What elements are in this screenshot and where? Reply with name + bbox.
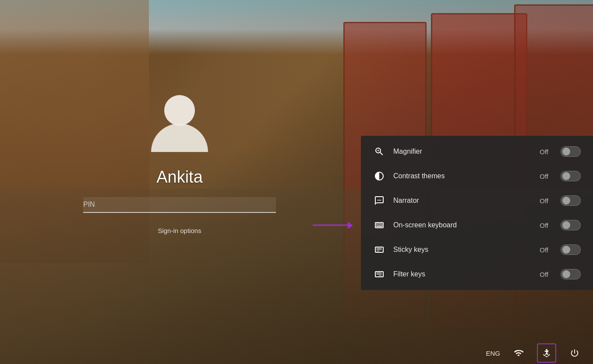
onscreen-keyboard-toggle[interactable] xyxy=(561,220,581,230)
magnifier-status: Off xyxy=(540,148,548,155)
username: Ankita xyxy=(156,168,203,187)
avatar-shoulders xyxy=(151,124,208,152)
pin-input[interactable] xyxy=(83,197,276,213)
sticky-keys-status: Off xyxy=(540,246,548,254)
magnifier-icon xyxy=(373,145,385,158)
arrow-indicator xyxy=(313,225,357,226)
accessibility-panel: Magnifier Off Contrast themes Off Narrat… xyxy=(361,136,593,290)
onscreen-keyboard-status: Off xyxy=(540,222,548,229)
magnifier-toggle[interactable] xyxy=(561,146,581,157)
power-icon xyxy=(570,348,579,358)
narrator-icon xyxy=(373,194,385,207)
onscreen-keyboard-label: On-screen keyboard xyxy=(393,221,532,229)
sticky-keys-item[interactable]: Sticky keys Off xyxy=(361,237,593,262)
power-button[interactable] xyxy=(565,343,584,363)
arrow-head xyxy=(348,222,353,229)
onscreen-keyboard-icon xyxy=(373,219,385,231)
accessibility-icon xyxy=(542,348,551,358)
avatar xyxy=(151,95,208,152)
filter-keys-label: Filter keys xyxy=(393,270,532,278)
language-indicator[interactable]: ENG xyxy=(486,350,500,357)
onscreen-keyboard-toggle-knob xyxy=(562,221,570,229)
magnifier-label: Magnifier xyxy=(393,148,532,155)
filter-keys-toggle[interactable] xyxy=(561,269,581,279)
contrast-themes-toggle-knob xyxy=(562,172,570,180)
sticky-keys-icon xyxy=(373,244,385,256)
filter-keys-item[interactable]: Filter keys Off xyxy=(361,262,593,286)
wifi-button[interactable] xyxy=(509,343,528,363)
filter-keys-icon xyxy=(373,268,385,280)
narrator-item[interactable]: Narrator Off xyxy=(361,188,593,213)
login-area: Ankita Sign-in options xyxy=(0,0,359,364)
contrast-themes-icon xyxy=(373,170,385,182)
taskbar: ENG xyxy=(0,342,593,364)
contrast-themes-status: Off xyxy=(540,173,548,180)
sticky-keys-toggle-knob xyxy=(562,246,570,254)
arrow-line xyxy=(313,225,348,226)
avatar-head xyxy=(164,95,195,126)
contrast-themes-toggle[interactable] xyxy=(561,171,581,181)
narrator-label: Narrator xyxy=(393,197,532,205)
pin-input-container xyxy=(83,197,276,213)
sticky-keys-toggle[interactable] xyxy=(561,244,581,255)
magnifier-item[interactable]: Magnifier Off xyxy=(361,139,593,164)
onscreen-keyboard-item[interactable]: On-screen keyboard Off xyxy=(361,213,593,237)
contrast-themes-label: Contrast themes xyxy=(393,172,532,180)
wifi-icon xyxy=(514,348,523,358)
contrast-themes-item[interactable]: Contrast themes Off xyxy=(361,164,593,188)
accessibility-button[interactable] xyxy=(537,343,556,363)
magnifier-toggle-knob xyxy=(562,148,570,155)
avatar-container xyxy=(151,95,208,152)
narrator-status: Off xyxy=(540,197,548,205)
filter-keys-toggle-knob xyxy=(562,270,570,278)
filter-keys-status: Off xyxy=(540,271,548,278)
sticky-keys-label: Sticky keys xyxy=(393,246,532,254)
narrator-toggle-knob xyxy=(562,197,570,205)
sign-in-options-link[interactable]: Sign-in options xyxy=(158,227,201,234)
narrator-toggle[interactable] xyxy=(561,195,581,206)
